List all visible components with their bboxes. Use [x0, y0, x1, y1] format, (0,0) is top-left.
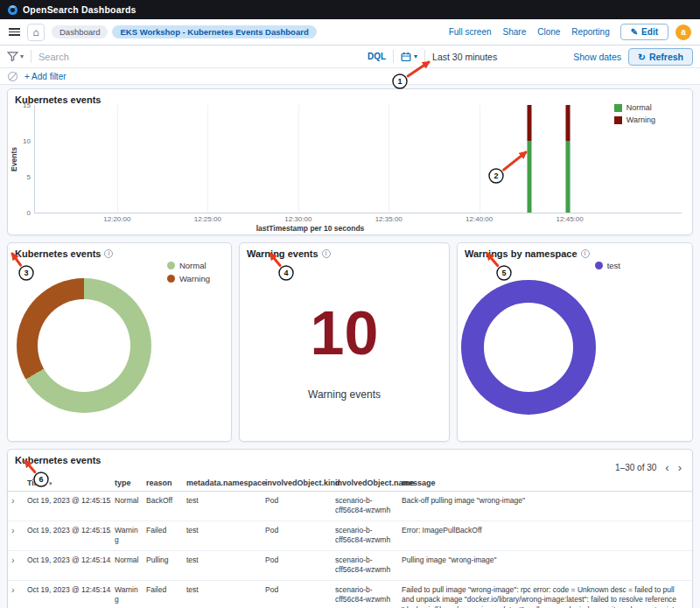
query-bar: ▾ DQL ▾ Last 30 minutes Show dates ↻ Ref… [0, 45, 700, 68]
metric-value: 10 [240, 303, 449, 364]
breadcrumb: DashboardEKS Workshop - Kubernetes Event… [52, 25, 321, 38]
cell-kind: Pod [262, 580, 332, 608]
header-action-share[interactable]: Share [503, 27, 527, 37]
cell-name: scenario-b-cff56c84-wzwmh [332, 521, 398, 550]
y-axis-tick-label: 5 [27, 173, 31, 181]
table-row: ›Oct 19, 2023 @ 12:45:14.000NormalPullin… [8, 550, 692, 580]
filter-disabled-icon [8, 72, 18, 81]
panel-title: Warnings by namespace i [465, 248, 590, 259]
panel-title: Kubernetes events [15, 455, 101, 465]
cell-type: Normal [111, 492, 143, 521]
legend-label: Warning [626, 115, 655, 124]
divider [424, 50, 425, 63]
pagination: 1–30 of 30 ‹ › [615, 462, 682, 473]
cell-reason: Failed [143, 521, 183, 550]
cell-expand: › [8, 580, 24, 608]
column-header-time[interactable]: Time▼ [24, 476, 111, 492]
panel-warning-events-metric: Warning events i 10 Warning events [239, 242, 450, 442]
expand-row-icon[interactable]: › [11, 525, 15, 535]
quick-select-date-button[interactable]: ▾ [401, 52, 417, 62]
x-axis-title: lastTimestamp per 10 seconds [0, 224, 634, 233]
expand-row-icon[interactable]: › [11, 555, 15, 565]
cell-namespace: test [183, 580, 262, 608]
panel-title: Kubernetes events [15, 94, 101, 105]
gridline [207, 105, 208, 213]
info-icon[interactable]: i [104, 249, 113, 258]
x-axis-tick-label: 12:35:00 [375, 215, 402, 223]
time-range-label[interactable]: Last 30 minutes [432, 52, 497, 62]
events-donut-chart[interactable] [17, 278, 151, 413]
namespace-donut-chart[interactable] [461, 280, 596, 415]
expand-row-icon[interactable]: › [11, 584, 15, 595]
column-header-involvedobject-name[interactable]: involvedObject.name [332, 476, 398, 492]
cell-message: Failed to pull image "wrong-image": rpc … [398, 580, 692, 608]
panel-title-text: Kubernetes events [15, 248, 101, 259]
header-action-reporting[interactable]: Reporting [571, 27, 609, 37]
y-axis-tick-label: 0 [27, 209, 31, 217]
column-header-message[interactable]: message [398, 476, 692, 492]
expand-column-header [8, 476, 24, 492]
breadcrumb-item[interactable]: EKS Workshop - Kubernetes Events Dashboa… [112, 25, 316, 38]
cell-kind: Pod [262, 492, 332, 521]
gridline [298, 105, 299, 213]
legend-item-test[interactable]: test [595, 261, 620, 270]
gridline [388, 105, 389, 213]
panel-title-text: Warning events [247, 248, 318, 259]
chevron-down-icon: ▾ [414, 52, 417, 60]
saved-query-menu-button[interactable]: ▾ [7, 52, 24, 61]
cell-kind: Pod [262, 550, 332, 580]
panel-title: Kubernetes events i [15, 248, 113, 259]
previous-page-icon[interactable]: ‹ [665, 462, 668, 473]
cell-namespace: test [183, 550, 262, 580]
chevron-down-icon: ▾ [20, 52, 24, 60]
query-language-button[interactable]: DQL [368, 52, 386, 61]
next-page-icon[interactable]: › [678, 462, 682, 473]
show-dates-button[interactable]: Show dates [573, 52, 621, 62]
panel-title: Warning events i [247, 248, 331, 259]
legend-item-warning[interactable]: Warning [614, 115, 655, 124]
legend-label: Normal [626, 103, 652, 112]
column-header-metadata-namespace[interactable]: metadata.namespace [183, 476, 262, 492]
column-header-involvedobject-kind[interactable]: involvedObject.kind [262, 476, 332, 492]
histogram-bar-warning[interactable] [528, 105, 532, 141]
calendar-icon [401, 52, 411, 62]
search-input[interactable] [38, 52, 360, 62]
cell-type: Warning [111, 521, 143, 550]
header-action-full-screen[interactable]: Full screen [449, 27, 492, 37]
legend-item-normal[interactable]: Normal [614, 103, 655, 112]
cell-type: Warning [111, 580, 143, 608]
gridline [117, 105, 118, 213]
top-navbar: OpenSearch Dashboards [0, 0, 700, 19]
info-icon[interactable]: i [322, 249, 331, 258]
legend-item-normal[interactable]: Normal [167, 261, 210, 270]
table-row: ›Oct 19, 2023 @ 12:45:14.000WarningFaile… [8, 580, 692, 608]
legend-label: Warning [179, 274, 210, 283]
column-header-reason[interactable]: reason [143, 476, 183, 492]
cell-time: Oct 19, 2023 @ 12:45:14.000 [24, 580, 111, 608]
donut-legend: NormalWarning [167, 261, 210, 287]
histogram-bar-normal[interactable] [565, 141, 570, 213]
header-actions: Full screenShareCloneReporting [449, 27, 610, 37]
menu-icon[interactable] [9, 28, 20, 36]
legend-dot [595, 262, 603, 269]
home-icon[interactable]: ⌂ [27, 24, 45, 41]
histogram-bar-normal[interactable] [528, 141, 532, 213]
column-header-type[interactable]: type [111, 476, 143, 492]
breadcrumb-item[interactable]: Dashboard [52, 25, 108, 38]
info-icon[interactable]: i [581, 249, 590, 258]
edit-button-label: Edit [641, 27, 658, 37]
opensearch-logo-icon [8, 5, 18, 15]
header-action-clone[interactable]: Clone [537, 27, 560, 37]
gridline [480, 105, 480, 213]
edit-button[interactable]: ✎ Edit [620, 24, 668, 40]
funnel-icon [7, 52, 18, 61]
histogram-bar-warning[interactable] [565, 105, 570, 141]
legend-item-warning[interactable]: Warning [167, 274, 210, 283]
dashboard-grid: Kubernetes events Events lastTimestamp p… [0, 85, 700, 608]
add-filter-button[interactable]: + Add filter [24, 72, 66, 81]
refresh-button[interactable]: ↻ Refresh [628, 48, 693, 66]
pencil-icon: ✎ [631, 27, 638, 37]
divider [393, 50, 394, 63]
avatar[interactable]: a [676, 24, 691, 40]
expand-row-icon[interactable]: › [11, 495, 15, 506]
